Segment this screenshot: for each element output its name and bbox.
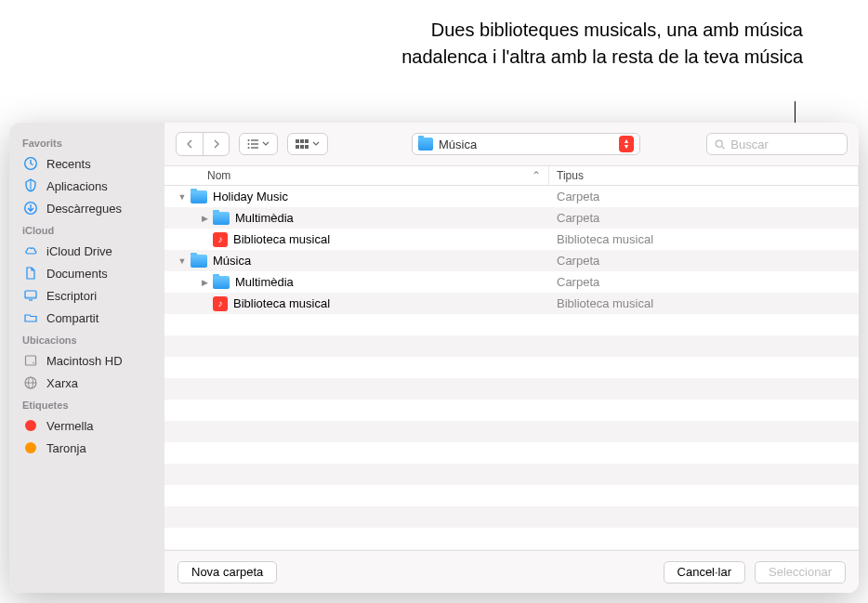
column-header-type[interactable]: Tipus <box>549 166 859 185</box>
table-row-empty <box>164 335 859 357</box>
sidebar-item-apps[interactable]: Aplicacions <box>9 175 164 197</box>
sidebar-item-mac-hd[interactable]: Macintosh HD <box>9 349 164 372</box>
sidebar-item-label: Compartit <box>46 311 151 325</box>
table-row-empty <box>164 357 859 378</box>
sidebar-item-label: Macintosh HD <box>46 354 151 368</box>
svg-rect-18 <box>296 145 299 149</box>
sidebar-item-shared[interactable]: Compartit <box>9 307 164 329</box>
folder-icon <box>213 276 230 289</box>
sidebar-item-label: Descàrregues <box>46 202 151 216</box>
table-row-empty <box>164 314 859 335</box>
table-row-empty <box>164 442 859 464</box>
clock-icon <box>22 155 39 172</box>
sidebar-item-label: Recents <box>46 157 151 171</box>
column-header-type-label: Tipus <box>557 169 584 182</box>
cell-name: Biblioteca musical <box>164 232 549 247</box>
forward-button[interactable] <box>203 133 229 155</box>
document-icon <box>22 265 39 282</box>
svg-rect-4 <box>26 356 36 365</box>
sidebar-section-header: Ubicacions <box>9 329 164 349</box>
folder-icon <box>418 138 433 151</box>
cell-name: ▶Multimèdia <box>164 275 549 289</box>
table-row-empty <box>164 378 859 400</box>
disclosure-triangle-icon[interactable]: ▼ <box>178 256 187 266</box>
folder-icon <box>191 190 207 203</box>
search-input[interactable] <box>730 138 839 151</box>
table-row[interactable]: ▶MultimèdiaCarpeta <box>164 207 859 229</box>
path-stepper-icon: ▲▼ <box>619 136 634 152</box>
table-row-empty <box>164 464 859 485</box>
table-row[interactable]: ▶MultimèdiaCarpeta <box>164 271 859 293</box>
cell-type: Biblioteca musical <box>549 232 859 246</box>
cell-name: ▼Música <box>164 254 549 268</box>
table-row[interactable]: Biblioteca musicalBiblioteca musical <box>164 229 859 250</box>
sidebar-item-label: Documents <box>46 267 151 281</box>
cell-name: ▼Holiday Music <box>164 190 549 203</box>
path-popup[interactable]: Música ▲▼ <box>412 133 640 155</box>
cell-type: Carpeta <box>549 254 859 268</box>
table-row[interactable]: ▼MúsicaCarpeta <box>164 250 859 271</box>
network-icon <box>22 374 39 391</box>
column-header-name[interactable]: Nom ⌃ <box>164 166 549 185</box>
table-row-empty <box>164 485 859 506</box>
sidebar-item-label: Aplicacions <box>46 179 151 193</box>
sidebar-item-icloud-drive[interactable]: iCloud Drive <box>9 240 164 262</box>
toolbar: Música ▲▼ <box>164 123 859 165</box>
svg-point-13 <box>248 147 250 149</box>
sidebar-item-label: Vermella <box>46 419 151 433</box>
cell-type: Carpeta <box>549 190 859 203</box>
svg-rect-14 <box>251 147 258 148</box>
table-row[interactable]: ▼Holiday MusicCarpeta <box>164 186 859 207</box>
select-button[interactable]: Seleccionar <box>755 561 846 583</box>
shared-icon <box>22 309 39 326</box>
sort-caret-icon: ⌃ <box>532 169 541 182</box>
row-name-label: Multimèdia <box>235 211 294 225</box>
finder-window: FavoritsRecentsAplicacionsDescàrreguesiC… <box>9 123 859 593</box>
sidebar-item-network[interactable]: Xarxa <box>9 372 164 394</box>
sidebar-item-desktop[interactable]: Escriptori <box>9 284 164 307</box>
file-list: ▼Holiday MusicCarpeta▶MultimèdiaCarpetaB… <box>164 186 859 550</box>
svg-line-22 <box>722 146 725 149</box>
sidebar-item-downloads[interactable]: Descàrregues <box>9 197 164 219</box>
disclosure-triangle-icon[interactable]: ▶ <box>200 214 209 223</box>
nav-history-group <box>176 132 230 156</box>
table-row-empty <box>164 528 859 549</box>
apps-icon <box>22 177 39 194</box>
view-options-button[interactable] <box>287 133 328 155</box>
disclosure-triangle-icon[interactable]: ▶ <box>200 278 209 287</box>
disclosure-triangle-icon[interactable]: ▼ <box>178 192 187 202</box>
folder-icon <box>213 212 230 225</box>
svg-point-9 <box>248 139 250 141</box>
row-name-label: Holiday Music <box>213 190 288 203</box>
svg-point-21 <box>716 140 722 147</box>
footer: Nova carpeta Cancel·lar Seleccionar <box>164 550 859 593</box>
svg-rect-10 <box>251 139 258 140</box>
annotation-text: Dues biblioteques musicals, una amb músi… <box>375 17 803 71</box>
sidebar-section-header: Etiquetes <box>9 394 164 414</box>
new-folder-button[interactable]: Nova carpeta <box>178 561 277 583</box>
sidebar-section-header: Favorits <box>9 132 164 152</box>
svg-point-5 <box>33 362 34 364</box>
column-header-name-label: Nom <box>207 169 230 182</box>
sidebar-item-recents[interactable]: Recents <box>9 152 164 175</box>
svg-rect-20 <box>305 145 309 149</box>
back-button[interactable] <box>177 133 203 155</box>
cell-name: ▶Multimèdia <box>164 211 549 225</box>
cell-type: Biblioteca musical <box>549 296 859 310</box>
main-pane: Música ▲▼ Nom ⌃ Tipus ▼Holid <box>164 123 859 593</box>
sidebar-section-header: iCloud <box>9 219 164 240</box>
svg-point-11 <box>248 143 250 145</box>
desktop-icon <box>22 287 39 304</box>
sidebar-item-tag-orange[interactable]: Taronja <box>9 437 164 459</box>
tag-dot <box>22 417 39 434</box>
music-library-icon <box>213 232 228 247</box>
sidebar-item-tag-red[interactable]: Vermella <box>9 414 164 437</box>
row-name-label: Multimèdia <box>235 275 294 289</box>
table-row[interactable]: Biblioteca musicalBiblioteca musical <box>164 293 859 314</box>
sidebar-item-documents[interactable]: Documents <box>9 262 164 284</box>
row-name-label: Biblioteca musical <box>233 296 330 310</box>
search-field[interactable] <box>706 133 848 155</box>
svg-rect-19 <box>300 145 304 149</box>
cancel-button[interactable]: Cancel·lar <box>664 561 746 583</box>
view-list-button[interactable] <box>239 133 278 155</box>
